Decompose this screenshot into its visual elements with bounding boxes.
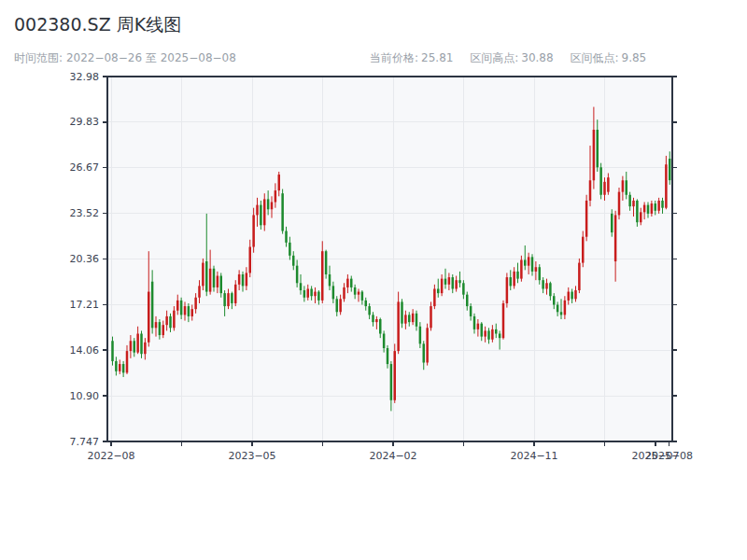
svg-text:29.83: 29.83 xyxy=(70,116,100,128)
kline-chart: 32.9829.8326.6723.5220.3617.2114.0610.90… xyxy=(0,0,747,560)
svg-text:10.90: 10.90 xyxy=(70,390,100,402)
svg-text:2023−05: 2023−05 xyxy=(228,450,275,462)
svg-text:26.67: 26.67 xyxy=(70,161,100,174)
svg-text:7.747: 7.747 xyxy=(70,436,100,448)
svg-text:23.52: 23.52 xyxy=(70,207,100,219)
svg-text:14.06: 14.06 xyxy=(70,344,100,357)
svg-text:2024−11: 2024−11 xyxy=(510,450,557,462)
kline-page: 002380.SZ 周K线图 时间范围: 2022−08−26 至 2025−0… xyxy=(0,0,747,560)
svg-text:2024−02: 2024−02 xyxy=(369,450,416,462)
svg-text:20.36: 20.36 xyxy=(70,253,100,265)
svg-text:2025−08: 2025−08 xyxy=(645,450,693,462)
svg-text:32.98: 32.98 xyxy=(70,71,100,83)
svg-text:2022−08: 2022−08 xyxy=(87,450,134,462)
svg-text:17.21: 17.21 xyxy=(70,299,100,311)
